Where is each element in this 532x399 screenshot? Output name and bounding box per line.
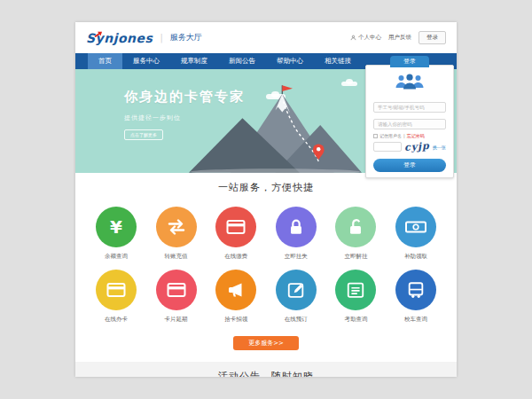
- nav-item-home[interactable]: 首页: [88, 53, 122, 69]
- hero-cta-button[interactable]: 点击了解更多: [124, 129, 163, 140]
- nav-item-related-links[interactable]: 相关链接: [314, 53, 362, 69]
- user-icon: [350, 35, 356, 41]
- captcha-refresh-link[interactable]: 换一张: [433, 145, 446, 150]
- card-icon: [96, 270, 137, 310]
- site-name: 服务大厅: [170, 32, 202, 43]
- service-item-card-extension[interactable]: 卡片延期: [155, 270, 198, 324]
- user-feedback-link[interactable]: 用户反馈: [388, 34, 411, 42]
- services-row-2: 在线办卡卡片延期拾卡招领在线预订考勤查询校车查询: [75, 270, 457, 324]
- lock-icon: [276, 207, 317, 247]
- bus-icon: [395, 270, 436, 310]
- username-input[interactable]: [373, 102, 446, 113]
- service-item-online-payment[interactable]: 在线缴费: [215, 207, 257, 261]
- services-row-1: ¥余额查询转账充值在线缴费立即挂失立即解挂补助领取: [75, 207, 457, 261]
- login-separator: |: [403, 133, 405, 138]
- personal-center-label: 个人中心: [358, 34, 381, 42]
- service-item-transfer-recharge[interactable]: 转账充值: [155, 207, 198, 261]
- service-item-online-card-apply[interactable]: 在线办卡: [95, 270, 137, 324]
- service-label: 考勤查询: [334, 316, 377, 324]
- service-item-school-bus-query[interactable]: 校车查询: [395, 270, 437, 324]
- user-feedback-label: 用户反馈: [388, 34, 411, 42]
- service-label: 余额查询: [95, 253, 137, 261]
- services-title: 一站服务，方便快捷: [75, 181, 457, 194]
- service-item-balance-query[interactable]: ¥余额查询: [95, 207, 137, 261]
- service-item-online-booking[interactable]: 在线预订: [275, 270, 317, 324]
- service-label: 校车查询: [395, 316, 437, 324]
- users-group-icon: [394, 73, 426, 90]
- service-label: 卡片延期: [155, 316, 198, 324]
- service-item-found-card-claim[interactable]: 拾卡招领: [215, 270, 257, 324]
- nav-item-help-center[interactable]: 帮助中心: [266, 53, 314, 69]
- personal-center-link[interactable]: 个人中心: [350, 34, 381, 42]
- site-page: Synjones | 服务大厅 个人中心 用户反馈 登录 首页服务中心规章制度新…: [75, 22, 457, 377]
- logo[interactable]: Synjones: [86, 31, 153, 45]
- captcha-input[interactable]: [373, 142, 402, 152]
- mountain-illustration: [189, 82, 362, 173]
- service-label: 拾卡招领: [215, 316, 257, 324]
- service-label: 立即解挂: [334, 253, 377, 261]
- password-input[interactable]: [373, 119, 446, 129]
- header-divider: |: [160, 33, 162, 43]
- service-label: 补助领取: [395, 253, 437, 261]
- nav-item-service-center[interactable]: 服务中心: [122, 53, 170, 69]
- header-login-button[interactable]: 登录: [419, 31, 446, 44]
- site-header: Synjones | 服务大厅 个人中心 用户反馈 登录: [75, 22, 457, 53]
- nav-item-rules[interactable]: 规章制度: [170, 53, 218, 69]
- yen-icon: ¥: [96, 207, 137, 247]
- card-icon: [156, 270, 197, 310]
- service-label: 立即挂失: [275, 253, 317, 261]
- services-section: 一站服务，方便快捷 ¥余额查询转账充值在线缴费立即挂失立即解挂补助领取 在线办卡…: [75, 173, 457, 350]
- service-label: 在线预订: [275, 316, 317, 324]
- login-submit-button[interactable]: 登录: [373, 159, 446, 172]
- list-icon: [335, 270, 376, 310]
- login-panel: 登录 记住用户名 | 忘记密码 cyjp 换一张 登录: [365, 65, 454, 178]
- captcha-image: cyjp: [404, 140, 431, 153]
- more-services-button[interactable]: 更多服务>>: [233, 336, 299, 350]
- service-item-cancel-loss[interactable]: 立即解挂: [334, 207, 377, 261]
- card-icon: [215, 207, 256, 247]
- announcements-title: 活动公告，随时知晓: [75, 370, 457, 377]
- service-label: 在线缴费: [215, 253, 257, 261]
- remember-checkbox[interactable]: [373, 134, 378, 138]
- transfer-icon: [156, 207, 197, 247]
- nav-item-news[interactable]: 新闻公告: [218, 53, 266, 69]
- service-item-subsidy-collect[interactable]: 补助领取: [395, 207, 437, 261]
- announcements-section: 活动公告，随时知晓 使用须知 最新公告 更多>> 使用指南 更多>>: [75, 362, 457, 377]
- login-tab[interactable]: 登录: [390, 56, 429, 67]
- megaphone-icon: [215, 270, 256, 310]
- logo-text: Synjones: [86, 31, 153, 45]
- service-label: 在线办卡: [95, 316, 137, 324]
- forgot-password-link[interactable]: 忘记密码: [407, 133, 425, 138]
- service-item-report-loss[interactable]: 立即挂失: [275, 207, 317, 261]
- remember-label: 记住用户名: [379, 133, 402, 138]
- service-label: 转账充值: [155, 253, 198, 261]
- banknote-icon: [395, 207, 436, 247]
- unlock-icon: [335, 207, 376, 247]
- service-item-attendance-query[interactable]: 考勤查询: [334, 270, 377, 324]
- edit-icon: [276, 270, 317, 310]
